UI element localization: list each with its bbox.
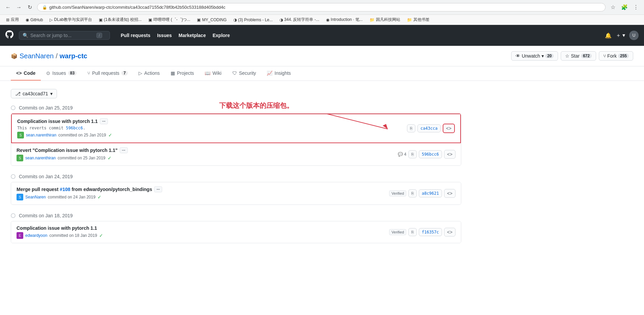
bookmark-button[interactable]: ☆ bbox=[608, 3, 618, 12]
bookmark-yifan[interactable]: 📁 因凡科技网站 bbox=[367, 16, 403, 23]
issues-badge: 83 bbox=[68, 71, 77, 75]
browser-bar: ← → ↻ 🔒 github.com/SeanNaren/warp-ctc/co… bbox=[0, 0, 644, 15]
nav-pull-requests[interactable]: Pull requests bbox=[118, 31, 153, 40]
bookmark-notifications[interactable]: ▣ (1条未读通知) 校招... bbox=[96, 16, 144, 23]
commit-row-f16357c: Complication issue with pytorch 1.1 E ed… bbox=[11, 221, 461, 243]
copy-hash-button-596bcc6[interactable]: ⎘ bbox=[408, 150, 417, 158]
github-header: 🔍 / Pull requests Issues Marketplace Exp… bbox=[0, 25, 644, 46]
browse-button-ca43cca[interactable]: <> bbox=[443, 124, 455, 133]
search-kbd: / bbox=[96, 33, 102, 38]
watch-count: 20 bbox=[545, 54, 554, 58]
refresh-button[interactable]: ↻ bbox=[25, 3, 34, 12]
branch-selector[interactable]: ⎇ ca43ccad71 ▾ bbox=[11, 89, 57, 98]
tab-code[interactable]: <> Code bbox=[11, 66, 41, 81]
bookmark-others[interactable]: 📁 其他书签 bbox=[404, 16, 432, 23]
commits-section-jan24: Commits on Jan 24, 2019 Merge pull reque… bbox=[11, 174, 461, 205]
commit-body-ca43cca: This reverts commit 596bcc6. bbox=[17, 126, 85, 130]
author-link-ca43cca[interactable]: sean.narenthiran bbox=[26, 133, 56, 137]
author-avatar-f16357c: E bbox=[17, 232, 23, 239]
bookmark-dlab[interactable]: ▷ DLab教学与实训平台 bbox=[47, 16, 95, 23]
author-link-f16357c[interactable]: edwardyoon bbox=[25, 233, 47, 238]
verified-badge-f16357c: Verified bbox=[389, 229, 406, 235]
browse-button-f16357c[interactable]: <> bbox=[444, 228, 456, 237]
copy-hash-button-a8c9621[interactable]: ⎘ bbox=[408, 189, 417, 197]
pr-ref-a8c9621[interactable]: #108 bbox=[60, 187, 70, 192]
tab-projects[interactable]: ▦ Projects bbox=[165, 66, 200, 81]
forward-button[interactable]: → bbox=[14, 3, 24, 12]
commit-dots-596bcc6[interactable]: ··· bbox=[120, 147, 128, 153]
commits-section-jan25: Commits on Jan 25, 2019 Complication iss… bbox=[11, 105, 461, 166]
commit-hash-link-a8c9621[interactable]: a8c9621 bbox=[419, 189, 442, 197]
tab-insights[interactable]: 📈 Insights bbox=[261, 66, 296, 81]
search-input[interactable] bbox=[30, 33, 94, 38]
commit-actions-f16357c: Verified ⎘ f16357c <> bbox=[389, 228, 456, 237]
tab-pull-requests[interactable]: ⑂ Pull requests 7 bbox=[82, 66, 133, 81]
copy-hash-button-f16357c[interactable]: ⎘ bbox=[408, 228, 417, 236]
commit-actions-596bcc6: 💬 4 ⎘ 596bcc6 <> bbox=[398, 150, 456, 159]
notifications-button[interactable]: 🔔 bbox=[605, 32, 612, 39]
commit-hash-link-ca43cca[interactable]: ca43cca bbox=[417, 124, 441, 132]
commit-title-link-a8c9621[interactable]: Merge pull request #108 from edwardyoon/… bbox=[17, 187, 152, 192]
watch-label: Unwatch bbox=[522, 53, 540, 59]
watch-dropdown-icon: ▾ bbox=[541, 53, 544, 59]
commit-dots-ca43cca[interactable]: ··· bbox=[100, 118, 108, 124]
bookmark-bilibili[interactable]: ▣ 哔哩哔哩 (゜-゜)つ... bbox=[146, 16, 193, 23]
repo-owner[interactable]: SeanNaren bbox=[20, 52, 54, 60]
star-button[interactable]: ☆ Star 672 bbox=[561, 51, 596, 61]
nav-marketplace[interactable]: Marketplace bbox=[176, 31, 209, 40]
star-count: 672 bbox=[581, 54, 592, 58]
date-header-jan24: Commits on Jan 24, 2019 bbox=[11, 174, 461, 179]
dlab-icon: ▷ bbox=[50, 18, 53, 22]
avatar[interactable]: U bbox=[629, 31, 639, 40]
date-label-jan25: Commits on Jan 25, 2019 bbox=[19, 105, 73, 111]
github-favicon: ◉ bbox=[26, 18, 29, 22]
bookmark-github[interactable]: ◉ GitHub bbox=[23, 17, 46, 23]
bookmark-reverse[interactable]: ◑ 344. 反转字符串 -... bbox=[277, 16, 322, 23]
commit-hash-link-f16357c[interactable]: f16357c bbox=[419, 228, 442, 236]
commit-title-link-ca43cca[interactable]: Complication issue with pytorch 1.1 bbox=[17, 119, 98, 124]
commit-title-596bcc6: Revert "Complication issue with pytorch … bbox=[17, 147, 394, 153]
fork-button[interactable]: ⑂ Fork 255 bbox=[599, 51, 633, 61]
author-link-a8c9621[interactable]: SeanNaren bbox=[25, 195, 46, 199]
tab-security[interactable]: 🛡 Security bbox=[227, 66, 262, 81]
commit-check-f16357c: ✓ bbox=[99, 233, 103, 238]
repo-name[interactable]: warp-ctc bbox=[60, 52, 87, 60]
commit-hash-link-596bcc6[interactable]: 596bcc6 bbox=[419, 150, 442, 158]
gh-header-right: 🔔 ＋ ▾ U bbox=[605, 31, 639, 40]
watch-button[interactable]: 👁 Unwatch ▾ 20 bbox=[511, 51, 558, 61]
reverts-ref[interactable]: 596bcc6 bbox=[66, 126, 83, 130]
tab-actions-label: Actions bbox=[144, 70, 160, 76]
address-bar[interactable]: 🔒 github.com/SeanNaren/warp-ctc/commits/… bbox=[37, 3, 606, 11]
bookmark-coding[interactable]: ▣ MY_CODING bbox=[194, 17, 229, 23]
commit-title-link-f16357c[interactable]: Complication issue with pytorch 1.1 bbox=[17, 225, 97, 231]
menu-button[interactable]: ⋮ bbox=[631, 3, 641, 12]
bookmark-leetcode[interactable]: ◑ (3) Problems - Le... bbox=[231, 17, 275, 23]
search-box[interactable]: 🔍 / bbox=[19, 31, 110, 40]
copy-hash-button-ca43cca[interactable]: ⎘ bbox=[407, 124, 415, 132]
tab-issues[interactable]: ⊙ Issues 83 bbox=[41, 66, 82, 81]
commit-check-a8c9621: ✓ bbox=[97, 194, 101, 200]
browse-button-596bcc6[interactable]: <> bbox=[444, 150, 456, 159]
tab-actions[interactable]: ▷ Actions bbox=[133, 66, 165, 81]
fork-label: Fork bbox=[607, 53, 617, 59]
tab-wiki[interactable]: 📖 Wiki bbox=[199, 66, 227, 81]
commit-dots-a8c9621[interactable]: ··· bbox=[154, 186, 162, 192]
nav-issues[interactable]: Issues bbox=[154, 31, 175, 40]
extensions-button[interactable]: 🧩 bbox=[620, 3, 629, 12]
commits-list-jan18: Complication issue with pytorch 1.1 E ed… bbox=[11, 221, 461, 243]
browse-button-a8c9621[interactable]: <> bbox=[444, 189, 456, 198]
commits-list-jan24: Merge pull request #108 from edwardyoon/… bbox=[11, 182, 461, 205]
bookmark-apps[interactable]: ⊞ 应用 bbox=[3, 16, 22, 23]
back-button[interactable]: ← bbox=[3, 3, 13, 12]
repo-icon: 📦 bbox=[11, 53, 18, 59]
github-logo[interactable] bbox=[5, 30, 13, 40]
new-button[interactable]: ＋ ▾ bbox=[616, 32, 625, 39]
others-icon: 📁 bbox=[407, 18, 412, 22]
projects-icon: ▦ bbox=[171, 70, 175, 76]
commit-row-596bcc6: Revert "Complication issue with pytorch … bbox=[11, 143, 461, 165]
commit-title-link-596bcc6[interactable]: Revert "Complication issue with pytorch … bbox=[17, 148, 118, 153]
nav-explore[interactable]: Explore bbox=[210, 31, 232, 40]
apps-icon: ⊞ bbox=[6, 18, 9, 22]
author-link-596bcc6[interactable]: sean.narenthiran bbox=[25, 156, 56, 160]
bookmark-intro[interactable]: ◉ Introduction · 笔... bbox=[323, 16, 365, 23]
